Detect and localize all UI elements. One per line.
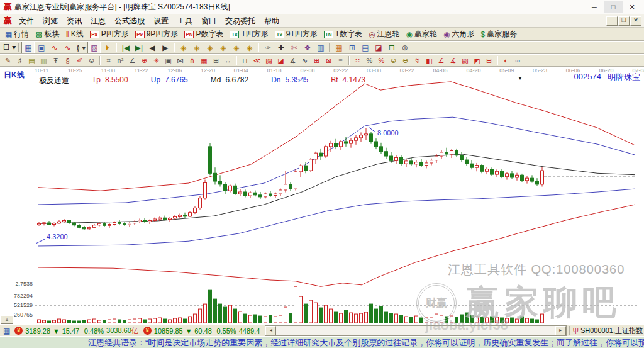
target-tool-icon[interactable]: ⊕ (138, 55, 150, 67)
menu-工具[interactable]: 工具 (173, 15, 197, 27)
lines-tool-icon[interactable]: ≡ (335, 55, 347, 67)
diamond-tool-3[interactable]: ◈ (203, 42, 216, 53)
calculator-icon[interactable]: ⊞ (345, 42, 358, 53)
diamond-tool-5[interactable]: ◈ (230, 42, 243, 53)
gann-wheel-button[interactable]: ◎江恩轮 (365, 29, 402, 40)
grid4-icon[interactable]: ⊠ (323, 55, 335, 67)
angle-red-icon[interactable]: ∠ (435, 55, 447, 67)
window-style-icon[interactable]: ▦ (21, 42, 35, 53)
bolt-tool-icon[interactable]: ↯ (411, 55, 423, 67)
quotes-button[interactable]: ▦行情 (2, 29, 32, 40)
spiral-tool-icon[interactable]: § (62, 55, 74, 67)
period-daily-dropdown[interactable]: 日 ▾ (2, 42, 16, 53)
gann-grid2-icon[interactable]: ▥ (38, 55, 50, 67)
notebook-icon[interactable]: ▤ (358, 42, 372, 53)
rays-tool-icon[interactable]: ≪ (251, 55, 263, 67)
chart-area[interactable]: 日K线 极反通道 Tp=8.5500Up=7.6765Md=6.6782Dn=5… (0, 67, 644, 325)
ellipse-tool-icon[interactable]: ⊜ (86, 55, 97, 67)
menu-帮助[interactable]: 帮助 (260, 15, 284, 27)
shade-box-icon[interactable]: ▨ (263, 55, 275, 67)
f-ruler-icon[interactable]: Ŧ (50, 55, 62, 67)
grid-ruler-icon[interactable]: ♯ (14, 55, 26, 67)
network-icon[interactable]: ⊕ (398, 42, 411, 53)
minimize-button[interactable]: ─ (585, 1, 604, 13)
quote-grid-icon[interactable]: ▦ (3, 327, 10, 335)
next-bar-button[interactable]: ▶ (158, 42, 172, 53)
current-index-label[interactable]: Ψ SH000001,上证指数 (569, 326, 643, 335)
cut-tool-icon[interactable]: ✄ (287, 42, 301, 53)
gold-coin-icon[interactable]: ⊜ (387, 55, 399, 67)
menu-交易委托[interactable]: 交易委托 (221, 15, 260, 27)
sse-index-icon[interactable]: ¥ (14, 327, 23, 335)
maximize-button[interactable]: □ (604, 1, 623, 13)
gold-line-icon[interactable]: ⊖ (399, 55, 411, 67)
p-number-table-button[interactable]: PNP数字表 (181, 29, 226, 40)
diamond-tool-2[interactable]: ◈ (190, 42, 203, 53)
go-last-button[interactable]: ▶| (132, 42, 145, 53)
9t-square-button[interactable]: T99T四方形 (272, 29, 321, 40)
p-square-button[interactable]: P8P四方形 (87, 29, 132, 40)
volume-collapse-button[interactable]: ▵ (1, 315, 13, 324)
yinyang-icon[interactable]: ◐ (500, 55, 512, 67)
hash-grid-icon[interactable]: ⌗ (103, 55, 114, 67)
close-button[interactable]: ✕ (623, 1, 641, 13)
measure-angle-icon[interactable]: ∡ (287, 55, 299, 67)
zigzag-up-icon[interactable]: ∿ (48, 42, 61, 53)
percent-red-icon[interactable]: % (375, 55, 387, 67)
kline-button[interactable]: ‖K线 (63, 29, 87, 40)
corner2-icon[interactable]: ◩ (471, 55, 483, 67)
scroll-track[interactable] (276, 327, 555, 335)
menu-公式选股[interactable]: 公式选股 (110, 15, 149, 27)
add-tool-icon[interactable]: ✚ (274, 42, 287, 53)
child-minimize-button[interactable]: _ (606, 16, 618, 26)
card-tool-icon[interactable]: ▥ (314, 42, 327, 53)
gann-grid-icon[interactable]: ▤ (26, 55, 38, 67)
width-arrows-icon[interactable]: ↔ (222, 55, 234, 67)
menu-江恩[interactable]: 江恩 (86, 15, 110, 27)
half-box-icon[interactable]: ◧ (423, 55, 435, 67)
kline-chart-canvas[interactable]: 10-1110-2511-0811-2212-0612-2001-0401-18… (0, 67, 644, 325)
horizontal-scrollbar[interactable]: ◂ ▸ (265, 325, 566, 336)
calendar-icon[interactable]: ▦ (332, 42, 345, 53)
color-flag-icon[interactable]: ⏵ (101, 42, 114, 53)
box-grid-icon[interactable]: ⊞ (210, 55, 222, 67)
bowtie-tool-icon[interactable]: ⋈ (174, 55, 186, 67)
winner-wheel-button[interactable]: ◉赢家轮 (403, 29, 440, 40)
chart-tab-daily-kline[interactable]: 日K线 (4, 70, 25, 81)
t-square-button[interactable]: T8T四方形 (226, 29, 271, 40)
diamond-tool-4[interactable]: ◈ (216, 42, 230, 53)
grid3-icon[interactable]: ⊞ (311, 55, 323, 67)
pen-tool-icon[interactable]: ✎ (2, 55, 14, 67)
brush-tool-icon[interactable]: ✐ (74, 55, 86, 67)
diamond-tool-1[interactable]: ◈ (177, 42, 190, 53)
go-first-button[interactable]: |◀ (119, 42, 132, 53)
measure-red-icon[interactable]: ∡ (447, 55, 459, 67)
winner-service-button[interactable]: $赢家服务 (478, 29, 521, 40)
menu-资讯[interactable]: 资讯 (62, 15, 86, 27)
menu-设置[interactable]: 设置 (149, 15, 173, 27)
fan-tool-icon[interactable]: ⋔ (186, 55, 198, 67)
shade2-icon[interactable]: ▧ (459, 55, 471, 67)
n-square-icon[interactable]: n² (114, 55, 126, 67)
menu-文件[interactable]: 文件 (14, 15, 38, 27)
wave-tool-icon[interactable]: ∿ (299, 55, 311, 67)
stamp-tool-icon[interactable]: ❖ (301, 42, 314, 53)
hand-tool-icon[interactable]: ✑ (261, 42, 274, 53)
red-grid-icon[interactable]: ▦ (198, 55, 210, 67)
hexagon-button[interactable]: ◉六角形 (440, 29, 477, 40)
menu-窗口[interactable]: 窗口 (197, 15, 221, 27)
sectors-button[interactable]: ▩板块 (32, 29, 62, 40)
candle-style-dropdown[interactable]: ≬ ▾ (74, 42, 87, 53)
minus-box-icon[interactable]: ⊟ (483, 55, 495, 67)
tray-tool-icon[interactable]: ⊓ (239, 55, 251, 67)
infinity-icon[interactable]: ∞ (512, 55, 524, 67)
child-restore-button[interactable]: ❐ (618, 16, 630, 26)
child-close-button[interactable]: ✕ (630, 16, 641, 26)
angle-tool-icon[interactable]: ∠ (126, 55, 138, 67)
scroll-right-button[interactable]: ▸ (555, 326, 566, 335)
diamond-tool-6[interactable]: ◈ (243, 42, 256, 53)
szse-index-icon[interactable]: ¥ (143, 327, 152, 335)
photo-tool-icon[interactable]: ▣ (162, 55, 174, 67)
scroll-left-button[interactable]: ◂ (265, 326, 276, 335)
menu-浏览[interactable]: 浏览 (38, 15, 62, 27)
